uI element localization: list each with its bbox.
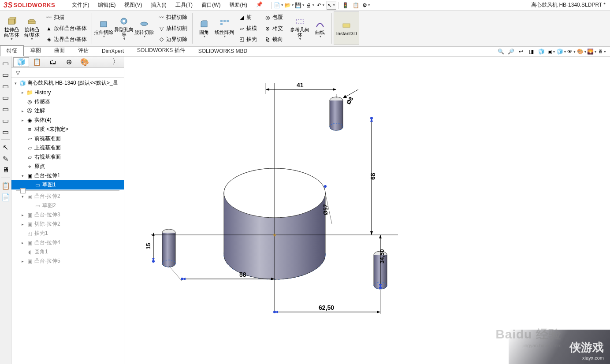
tree-shell1[interactable]: ◰抽壳1 (11, 229, 124, 238)
tree-annotations[interactable]: ▸Ⓐ注解 (11, 106, 124, 115)
shell-button[interactable]: ◰抽壳 (237, 34, 258, 45)
tree-tab-config-icon[interactable]: 🗂 (45, 57, 61, 67)
tree-right-plane[interactable]: ▱右视基准面 (11, 152, 124, 162)
tree-boss-extrude4[interactable]: ▸▣凸台-拉伸4 (11, 238, 124, 247)
filter-icon[interactable]: ▽ (14, 69, 21, 76)
sweep-button[interactable]: 〰扫描 (44, 12, 88, 23)
print-icon[interactable]: 🖨▼ (305, 1, 315, 10)
boundary-cut-button[interactable]: ◇边界切除 (156, 34, 189, 45)
tree-tab-property-icon[interactable]: 📋 (29, 57, 45, 67)
tab-surfaces[interactable]: 曲面 (48, 45, 71, 56)
swept-cut-button[interactable]: 〰扫描切除 (156, 12, 189, 23)
loft-cut-button[interactable]: ▽放样切割 (156, 23, 189, 34)
menu-edit[interactable]: 编辑(E) (93, 0, 120, 10)
model-canvas[interactable]: 41 Ø8 68 Ø57 34,50 62,50 (124, 56, 610, 364)
tree-tab-display-icon[interactable]: 🎨 (77, 57, 93, 67)
tree-tab-feature-icon[interactable]: 🧊 (13, 57, 29, 67)
rebuild-icon[interactable]: 🚦 (340, 1, 350, 10)
rail-btn-5[interactable]: ▭ (1, 104, 11, 114)
hole-wizard-icon (119, 16, 129, 26)
tree-cut-extrude2[interactable]: ▸▣切除-拉伸2 (11, 219, 124, 229)
loft-boss-button[interactable]: ▲放样凸台/基体 (44, 23, 88, 34)
tree-top-plane[interactable]: ▱上视基准面 (11, 143, 124, 152)
tab-evaluate[interactable]: 评估 (71, 45, 95, 56)
rollback-bar[interactable] (16, 190, 119, 191)
rib-button[interactable]: ◢筋 (237, 12, 258, 23)
settings-icon[interactable]: ⚙▼ (361, 1, 371, 10)
rail-btn-1[interactable]: ▭ (1, 58, 11, 68)
zoom-fit-icon[interactable]: 🔍 (496, 48, 505, 56)
rail-arrow-icon[interactable]: ↖ (1, 142, 11, 152)
loft-icon: ▲ (45, 25, 52, 32)
extrude-boss-button[interactable]: 拉伸凸台/基体 ▼ (2, 11, 21, 45)
menu-file[interactable]: 文件(F) (67, 0, 93, 10)
revolve-cut-button[interactable]: 旋转切除 ▼ (134, 11, 154, 45)
display-icon[interactable]: 🖥▼ (598, 48, 606, 56)
intersect-button[interactable]: ⊗相交 (263, 23, 284, 34)
tab-features[interactable]: 特征 (0, 45, 24, 56)
hide-show-icon[interactable]: 🧊▼ (557, 48, 566, 56)
eye-icon[interactable]: 👁▼ (567, 48, 576, 56)
rail-btn-6[interactable]: ▭ (1, 115, 11, 125)
tree-boss-extrude5[interactable]: ▸▣凸台-拉伸5 (11, 256, 124, 266)
tree-boss-extrude2[interactable]: ▾▣凸台-拉伸2 (11, 192, 124, 201)
tab-mbd[interactable]: SOLIDWORKS MBD (192, 46, 254, 56)
select-icon[interactable]: ↖▼ (327, 1, 336, 10)
tab-plugins[interactable]: SOLIDWORKS 插件 (130, 45, 192, 56)
tree-boss-extrude1[interactable]: ▾▣凸台-拉伸1 (11, 171, 124, 180)
rail-btn-3[interactable]: ▭ (1, 81, 11, 91)
menu-help[interactable]: 帮助(H) (225, 0, 252, 10)
tree-history[interactable]: ▸📁History (11, 88, 124, 97)
tree-tab-dim-icon[interactable]: ⊕ (61, 57, 77, 67)
tree-root[interactable]: ▾🧊离心鼓风机 HB-1340 (默认<<默认>_显 (11, 78, 124, 88)
menu-tools[interactable]: 工具(T) (171, 0, 197, 10)
tree-sensors[interactable]: ◎传感器 (11, 97, 124, 106)
tree-sketch1[interactable]: ▭草图1 (11, 180, 124, 189)
tab-sketch[interactable]: 草图 (24, 45, 48, 56)
tree-boss-extrude3[interactable]: ▸▣凸台-拉伸3 (11, 210, 124, 219)
save-icon[interactable]: 💾▼ (295, 1, 305, 10)
tree-solid-bodies[interactable]: ▸◉实体(4) (11, 115, 124, 125)
menu-insert[interactable]: 插入(I) (146, 0, 171, 10)
undo-icon[interactable]: ↶▼ (316, 1, 326, 10)
zoom-area-icon[interactable]: 🔎 (506, 48, 515, 56)
options-icon[interactable]: 📋 (351, 1, 361, 10)
scene-icon[interactable]: 🌄▼ (588, 48, 596, 56)
rail-btn-2[interactable]: ▭ (1, 70, 11, 79)
open-icon[interactable]: 📂▼ (284, 1, 294, 10)
tree-front-plane[interactable]: ▱前视基准面 (11, 134, 124, 143)
wrap-button[interactable]: ◎包覆 (263, 12, 284, 23)
tree-fillet1[interactable]: ◖圆角1 (11, 247, 124, 256)
new-icon[interactable]: 📄▼ (274, 1, 283, 10)
instant3d-button[interactable]: Instant3D (334, 11, 359, 45)
curves-button[interactable]: 曲线 ▼ (310, 11, 330, 45)
tree-origin[interactable]: ⌖原点 (11, 162, 124, 171)
rail-copy-icon[interactable]: 📋 (1, 181, 11, 190)
extrude-cut-button[interactable]: 拉伸切除 ▼ (94, 11, 113, 45)
rail-display-icon[interactable]: 🖥 (1, 165, 11, 175)
ref-geom-button[interactable]: 参考几何体 ▼ (290, 11, 309, 45)
linear-pattern-button[interactable]: 线性阵列 ▼ (215, 11, 234, 45)
menu-pin-icon[interactable]: 📌 (252, 0, 267, 10)
menu-view[interactable]: 视图(V) (120, 0, 146, 10)
menu-window[interactable]: 窗口(W) (197, 0, 225, 10)
mirror-button[interactable]: ⧎镜向 (263, 34, 284, 45)
section-view-icon[interactable]: ◨ (527, 48, 536, 56)
display-style-icon[interactable]: ▣▼ (547, 48, 556, 56)
draft-button[interactable]: ▱拔模 (237, 23, 258, 34)
rail-btn-4[interactable]: ▭ (1, 93, 11, 102)
rail-sketch-icon[interactable]: ✎ (1, 154, 11, 163)
tree-material[interactable]: ≡材质 <未指定> (11, 125, 124, 134)
revolve-boss-button[interactable]: 旋转凸台/基体 ▼ (22, 11, 41, 45)
tab-dimxpert[interactable]: DimXpert (95, 46, 130, 56)
tree-expand-icon[interactable]: 〉 (110, 57, 122, 67)
tree-sketch2[interactable]: ▭草图2 (11, 201, 124, 210)
rail-btn-7[interactable]: ▭ (1, 127, 11, 137)
boundary-boss-button[interactable]: ◈边界凸台/基体 (44, 34, 88, 45)
view-orientation-icon[interactable]: 🧊 (537, 48, 546, 56)
hole-wizard-button[interactable]: 异型孔向导 ▼ (114, 11, 134, 45)
fillet-button[interactable]: 圆角 ▼ (194, 11, 214, 45)
rail-paste-icon[interactable]: 📄 (1, 192, 11, 202)
prev-view-icon[interactable]: ↩ (517, 48, 525, 56)
appearance-icon[interactable]: 🎨▼ (577, 48, 586, 56)
